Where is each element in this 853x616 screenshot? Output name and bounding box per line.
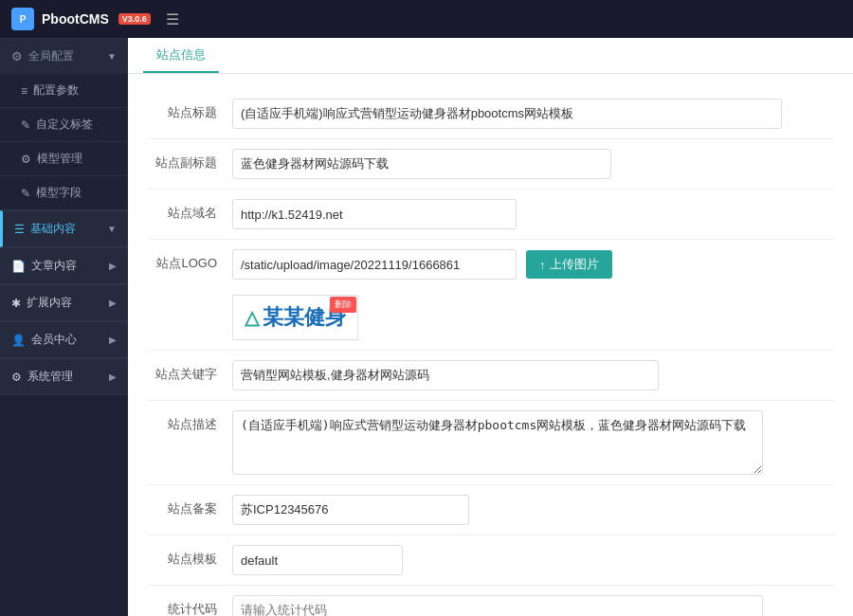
model-icon: ⚙: [21, 153, 31, 166]
tag-icon: ✎: [21, 118, 30, 132]
logo: P PbootCMS V3.0.6: [11, 8, 151, 30]
label-stats: 统计代码: [147, 595, 232, 616]
sidebar-label-model-manage: 模型管理: [37, 151, 82, 167]
sidebar-item-config-params[interactable]: ≡ 配置参数: [0, 74, 128, 108]
upload-btn-label: 上传图片: [550, 256, 599, 273]
row-template: 站点模板: [147, 535, 834, 586]
ext-icon: ✱: [11, 297, 21, 310]
row-site-domain: 站点域名: [147, 190, 834, 240]
field-keywords: [232, 360, 834, 390]
field-site-title: [232, 99, 834, 129]
sidebar-label-config-params: 配置参数: [33, 82, 79, 99]
input-keywords[interactable]: [232, 360, 659, 390]
field-stats: https://www.huzhan.com/ishop34101: [232, 595, 834, 616]
row-site-title: 站点标题: [147, 89, 834, 139]
sidebar-item-model-fields[interactable]: ✎ 模型字段: [0, 176, 128, 210]
topbar: P PbootCMS V3.0.6 ☰: [0, 0, 853, 38]
tab-bar: 站点信息: [128, 38, 853, 74]
upload-icon: ↑: [539, 258, 546, 272]
row-stats: 统计代码 https://www.huzhan.com/ishop34101: [147, 586, 834, 616]
chevron-right-icon-member: [109, 335, 117, 345]
chevron-right-icon-article: [109, 261, 117, 271]
chevron-right-icon-system: [109, 371, 117, 382]
field-filing: [232, 495, 834, 525]
chevron-down-icon: [107, 51, 117, 62]
input-filing[interactable]: [232, 495, 469, 525]
label-site-domain: 站点域名: [147, 199, 232, 222]
sidebar-item-article-content[interactable]: 📄 文章内容: [0, 247, 128, 284]
sidebar: ⚙ 全局配置 ≡ 配置参数 ✎ 自定义标签 ⚙ 模型管理 ✎ 模型字段 ☰ 基础…: [0, 38, 128, 616]
input-site-subtitle[interactable]: [232, 149, 611, 179]
sidebar-label-basic-content: 基础内容: [30, 221, 76, 237]
input-site-domain[interactable]: [232, 199, 517, 229]
logo-delete-button[interactable]: 删除: [330, 297, 356, 313]
sidebar-item-global-config[interactable]: ⚙ 全局配置: [0, 38, 128, 74]
tab-site-info[interactable]: 站点信息: [143, 39, 219, 73]
input-site-logo-path[interactable]: [232, 249, 517, 280]
sidebar-item-member-center[interactable]: 👤 会员中心: [0, 321, 128, 358]
field-template: [232, 545, 834, 575]
sidebar-label-system-manage: 系统管理: [27, 369, 73, 385]
sidebar-label-member-center: 会员中心: [31, 332, 77, 348]
label-filing: 站点备案: [147, 495, 232, 517]
system-icon: ⚙: [11, 371, 22, 384]
row-keywords: 站点关键字: [147, 351, 834, 401]
sidebar-label-custom-tags: 自定义标签: [36, 117, 93, 133]
list-icon: ≡: [21, 84, 27, 98]
label-description: 站点描述: [147, 410, 232, 433]
main-layout: ⚙ 全局配置 ≡ 配置参数 ✎ 自定义标签 ⚙ 模型管理 ✎ 模型字段 ☰ 基础…: [0, 38, 853, 616]
form-area: 站点标题 站点副标题 站点域名 站点LOGO: [128, 74, 853, 616]
upload-image-button[interactable]: ↑ 上传图片: [526, 250, 612, 279]
row-site-subtitle: 站点副标题: [147, 139, 834, 190]
basic-icon: ☰: [14, 223, 25, 236]
content-area: 站点信息 站点标题 站点副标题 站点域名: [128, 38, 853, 616]
label-site-logo: 站点LOGO: [147, 249, 232, 272]
article-icon: 📄: [11, 260, 26, 273]
chevron-right-icon-ext: [109, 298, 117, 308]
field-description: (自适应手机端)响应式营销型运动健身器材pbootcms网站模板，蓝色健身器材网…: [232, 410, 834, 475]
sidebar-label-global-config: 全局配置: [28, 48, 74, 64]
menu-toggle-icon[interactable]: ☰: [166, 10, 179, 28]
label-site-subtitle: 站点副标题: [147, 149, 232, 172]
sidebar-item-system-manage[interactable]: ⚙ 系统管理: [0, 358, 128, 395]
textarea-description[interactable]: (自适应手机端)响应式营销型运动健身器材pbootcms网站模板，蓝色健身器材网…: [232, 410, 763, 475]
field-site-subtitle: [232, 149, 834, 179]
logo-triangle-icon: △: [245, 306, 259, 329]
field-site-logo: ↑ 上传图片 △ 某某健身 删除: [232, 249, 834, 340]
sidebar-item-ext-content[interactable]: ✱ 扩展内容: [0, 284, 128, 321]
label-site-title: 站点标题: [147, 99, 232, 121]
logo-preview-container: △ 某某健身 删除: [232, 295, 358, 340]
gear-icon: ⚙: [11, 49, 23, 63]
sidebar-label-ext-content: 扩展内容: [27, 295, 72, 311]
label-template: 站点模板: [147, 545, 232, 568]
row-description: 站点描述 (自适应手机端)响应式营销型运动健身器材pbootcms网站模板，蓝色…: [147, 401, 834, 485]
chevron-down-icon-basic: [107, 224, 117, 234]
sidebar-item-basic-content[interactable]: ☰ 基础内容: [0, 210, 128, 247]
row-filing: 站点备案: [147, 485, 834, 535]
field-icon: ✎: [21, 187, 30, 200]
sidebar-item-model-manage[interactable]: ⚙ 模型管理: [0, 142, 128, 176]
input-template[interactable]: [232, 545, 403, 575]
member-icon: 👤: [11, 334, 26, 347]
label-keywords: 站点关键字: [147, 360, 232, 383]
input-site-title[interactable]: [232, 99, 782, 129]
sidebar-label-article-content: 文章内容: [31, 258, 77, 274]
field-site-domain: [232, 199, 834, 229]
textarea-stats[interactable]: [232, 595, 763, 616]
sidebar-item-custom-tags[interactable]: ✎ 自定义标签: [0, 108, 128, 142]
app-title: PbootCMS: [42, 11, 109, 27]
row-site-logo: 站点LOGO ↑ 上传图片 △ 某某健身: [147, 240, 834, 351]
logo-icon: P: [11, 8, 34, 30]
sidebar-label-model-fields: 模型字段: [36, 185, 82, 201]
version-badge: V3.0.6: [118, 13, 151, 25]
